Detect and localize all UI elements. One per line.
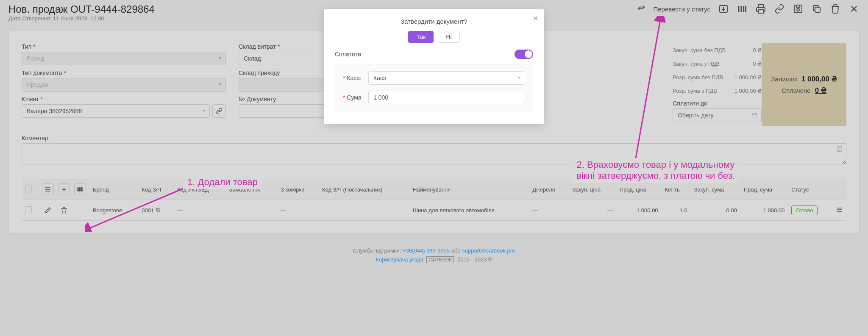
sum-input[interactable] [368,91,525,104]
pay-toggle[interactable] [515,50,533,59]
sum-label: Сума [343,94,368,101]
modal-close-button[interactable]: ✕ [533,14,538,22]
modal-title: Затвердити документ? [335,18,533,25]
cash-select[interactable] [368,71,525,85]
confirm-no-button[interactable]: Ні [438,31,459,43]
cash-label: Каса: [343,75,368,81]
pay-toggle-label: Сплатити [335,51,361,58]
confirm-yes-button[interactable]: Так [408,31,434,43]
confirm-modal: ✕ Затвердити документ? Так Ні Сплатити К… [324,9,544,124]
